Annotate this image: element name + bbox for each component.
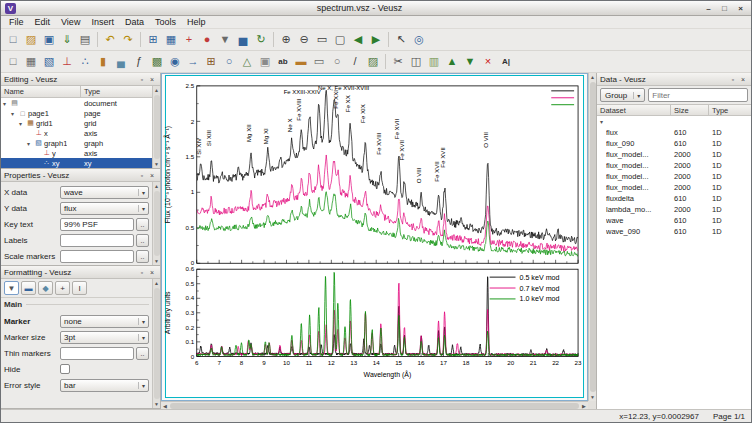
- float-panel-icon[interactable]: ▫: [728, 74, 738, 85]
- dataset-root-row[interactable]: ▾: [597, 116, 751, 127]
- formatting-scrollbar[interactable]: ▲ ▼: [152, 279, 160, 408]
- scroll-left-icon[interactable]: ◀: [161, 402, 169, 410]
- menu-file[interactable]: File: [4, 17, 29, 27]
- property-row-scale-markers-input[interactable]: [60, 250, 134, 263]
- property-row-labels-input[interactable]: [60, 234, 134, 247]
- insert-contour-icon[interactable]: ◉: [166, 53, 184, 71]
- menu-view[interactable]: View: [56, 17, 85, 27]
- plot-vertical-scrollbar[interactable]: ▲ ▼: [588, 73, 596, 401]
- view-zoom-in-icon[interactable]: ⊕: [277, 31, 295, 49]
- print-document-icon[interactable]: ▤: [76, 31, 94, 49]
- scroll-up-icon[interactable]: ▲: [153, 279, 161, 287]
- dataset-row-flux_model-[interactable]: flux_model...20001D: [597, 171, 751, 182]
- menu-tools[interactable]: Tools: [150, 17, 181, 27]
- insert-colorbar-icon[interactable]: ▬: [292, 53, 310, 71]
- plot-view[interactable]: 00.511.522.5Flux (10⁻³ photon cm⁻² s⁻¹ Å…: [161, 73, 596, 409]
- expander-icon[interactable]: ▾: [11, 110, 18, 117]
- zoom-into-graph-icon[interactable]: ◎: [410, 31, 428, 49]
- expander-icon[interactable]: ▾: [27, 140, 34, 147]
- close-panel-icon[interactable]: ×: [147, 267, 157, 278]
- data-histogram-icon[interactable]: ▅: [234, 31, 252, 49]
- plot-canvas[interactable]: 00.511.522.5Flux (10⁻³ photon cm⁻² s⁻¹ Å…: [162, 74, 587, 400]
- column-header-dataset[interactable]: Dataset: [597, 105, 671, 115]
- column-header-name[interactable]: Name: [1, 86, 81, 97]
- insert-image-file-icon[interactable]: ▨: [364, 53, 382, 71]
- format-tab-plot-line[interactable]: ▬: [21, 281, 36, 295]
- formatting-row-hide-checkbox[interactable]: [60, 364, 70, 374]
- redo-icon[interactable]: ↷: [119, 31, 137, 49]
- menu-edit[interactable]: Edit: [30, 17, 56, 27]
- rename-widget-icon[interactable]: A|: [497, 53, 515, 71]
- insert-histogram-icon[interactable]: ▄: [112, 53, 130, 71]
- format-tab-marker-border[interactable]: +: [55, 281, 70, 295]
- format-tab-main[interactable]: ▼: [4, 281, 19, 295]
- scroll-down-icon[interactable]: ▼: [589, 393, 597, 401]
- insert-graph-icon[interactable]: ▧: [40, 53, 58, 71]
- widget-tree-item-x[interactable]: ⊥xaxis: [1, 128, 152, 138]
- formatting-row-marker-combobox[interactable]: none▾: [60, 315, 149, 328]
- more-options-button[interactable]: ..: [136, 250, 149, 263]
- paste-widget-icon[interactable]: ▥: [425, 53, 443, 71]
- close-panel-icon[interactable]: ×: [147, 170, 157, 181]
- dataset-row-flux_090[interactable]: flux_0906101D: [597, 138, 751, 149]
- insert-grid-icon[interactable]: ▦: [22, 53, 40, 71]
- scroll-right-icon[interactable]: ▶: [580, 402, 588, 410]
- insert-label-icon[interactable]: ab: [274, 53, 292, 71]
- close-panel-icon[interactable]: ×: [147, 74, 157, 85]
- maximize-button[interactable]: □: [718, 3, 731, 14]
- float-panel-icon[interactable]: ▫: [137, 267, 147, 278]
- properties-scrollbar[interactable]: ▲ ▼: [152, 182, 160, 265]
- close-button[interactable]: ×: [734, 3, 747, 14]
- expander-icon[interactable]: ▾: [19, 120, 26, 127]
- insert-function-icon[interactable]: ƒ: [130, 53, 148, 71]
- scroll-down-icon[interactable]: ▼: [153, 160, 161, 168]
- property-row-y-data-combobox[interactable]: flux▾: [60, 202, 149, 215]
- widget-tree-item-y[interactable]: ⊥yaxis: [1, 148, 152, 158]
- more-options-button[interactable]: ..: [136, 347, 149, 360]
- scroll-track[interactable]: [154, 95, 160, 159]
- scroll-track[interactable]: [170, 403, 579, 409]
- menu-data[interactable]: Data: [120, 17, 149, 27]
- format-tab-marker-fill[interactable]: ◆: [38, 281, 53, 295]
- dataset-row-flux_model-[interactable]: flux_model...20001D: [597, 160, 751, 171]
- insert-ternary-graph-icon[interactable]: △: [238, 53, 256, 71]
- formatting-row-error-style-combobox[interactable]: bar▾: [60, 379, 149, 392]
- scroll-track[interactable]: [154, 288, 160, 399]
- formatting-row-thin-markers-input[interactable]: [60, 347, 134, 360]
- formatting-row-marker-size-combobox[interactable]: 3pt▾: [60, 331, 149, 344]
- insert-rectangle-icon[interactable]: ▭: [310, 53, 328, 71]
- insert-image-icon[interactable]: ▩: [148, 53, 166, 71]
- dataset-row-wave[interactable]: wave6101D: [597, 215, 751, 226]
- format-tab-error-bar[interactable]: I: [72, 281, 87, 295]
- scroll-down-icon[interactable]: ▼: [153, 400, 161, 408]
- data-import-icon[interactable]: ⊞: [144, 31, 162, 49]
- cut-widget-icon[interactable]: ✂: [389, 53, 407, 71]
- more-options-button[interactable]: ..: [136, 234, 149, 247]
- data-reload-icon[interactable]: ↻: [252, 31, 270, 49]
- export-document-icon[interactable]: ⇓: [58, 31, 76, 49]
- insert-polar-graph-icon[interactable]: ○: [220, 53, 238, 71]
- filter-input[interactable]: [648, 88, 748, 102]
- menu-insert[interactable]: Insert: [86, 17, 119, 27]
- insert-ellipse-icon[interactable]: ○: [328, 53, 346, 71]
- insert-xy-icon[interactable]: ∴: [76, 53, 94, 71]
- view-zoom-page-icon[interactable]: ▭: [313, 31, 331, 49]
- new-document-icon[interactable]: □: [4, 31, 22, 49]
- column-header-size[interactable]: Size: [671, 105, 709, 115]
- open-document-icon[interactable]: ▨: [22, 31, 40, 49]
- insert-vector-field-icon[interactable]: →: [184, 53, 202, 71]
- plot-horizontal-scrollbar[interactable]: ◀ ▶: [161, 401, 588, 409]
- widget-tree-item-graph1[interactable]: ▾▧graph1graph: [1, 138, 152, 148]
- menu-help[interactable]: Help: [182, 17, 211, 27]
- view-previous-page-icon[interactable]: ◀: [349, 31, 367, 49]
- float-panel-icon[interactable]: ▫: [137, 170, 147, 181]
- scroll-track[interactable]: [590, 82, 596, 392]
- scroll-down-icon[interactable]: ▼: [153, 257, 161, 265]
- widget-tree-item-document[interactable]: ▾▤document: [1, 98, 152, 108]
- delete-widget-icon[interactable]: ×: [479, 53, 497, 71]
- plot-viewport[interactable]: 00.511.522.5Flux (10⁻³ photon cm⁻² s⁻¹ Å…: [161, 73, 588, 401]
- insert-line-icon[interactable]: /: [346, 53, 364, 71]
- float-panel-icon[interactable]: ▫: [137, 74, 147, 85]
- widget-tree-item-xy[interactable]: ∴xyxy: [1, 158, 152, 168]
- widget-tree-item-grid1[interactable]: ▾▦grid1grid: [1, 118, 152, 128]
